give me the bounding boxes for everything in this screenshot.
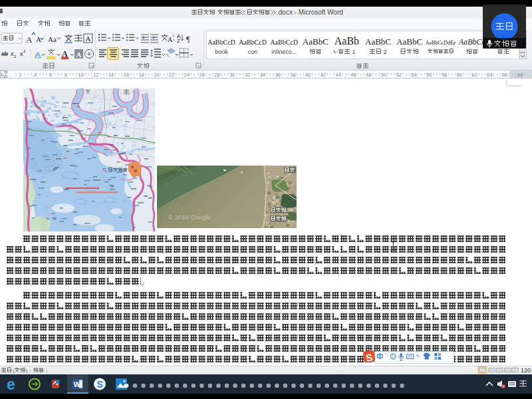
svg-text:2: 2 — [14, 55, 17, 59]
svg-text:64: 64 — [487, 72, 492, 78]
svg-text:Aa: Aa — [48, 35, 57, 43]
svg-text:AaBbCcD: AaBbCcD — [239, 39, 267, 46]
svg-text:16: 16 — [124, 72, 129, 78]
svg-text:AaBbC: AaBbC — [396, 37, 422, 47]
svg-text:(: ( — [13, 368, 15, 374]
svg-text:AaBbCcD: AaBbCcD — [270, 39, 298, 46]
svg-text:56: 56 — [426, 72, 432, 78]
svg-text:120: 120 — [521, 367, 531, 374]
svg-text:12: 12 — [93, 72, 98, 78]
svg-text:46: 46 — [350, 72, 356, 78]
svg-text:14: 14 — [108, 72, 114, 78]
svg-text:32: 32 — [245, 72, 250, 78]
svg-text:2: 2 — [23, 49, 26, 53]
svg-text:20: 20 — [154, 72, 159, 78]
svg-text:inlineco...: inlineco... — [271, 49, 297, 55]
svg-text:AaBb: AaBb — [334, 35, 359, 47]
svg-text:40: 40 — [305, 72, 311, 78]
svg-text:A: A — [86, 35, 91, 43]
svg-text:30: 30 — [229, 72, 235, 78]
svg-text:18: 18 — [139, 72, 144, 78]
svg-text:1: 1 — [352, 49, 355, 55]
svg-text:60: 60 — [457, 72, 462, 78]
svg-text:38: 38 — [290, 72, 295, 78]
svg-text:44: 44 — [336, 72, 341, 78]
svg-text:26: 26 — [200, 72, 205, 78]
svg-text:58: 58 — [442, 72, 447, 78]
svg-text:68: 68 — [517, 72, 523, 78]
svg-text:¶: ¶ — [186, 35, 190, 44]
svg-text:AaBbCc: AaBbCc — [458, 37, 486, 47]
svg-text:4: 4 — [34, 72, 37, 78]
svg-text:24: 24 — [184, 72, 190, 78]
svg-text:10: 10 — [78, 72, 83, 78]
svg-text:22: 22 — [169, 72, 174, 78]
svg-text:8: 8 — [65, 72, 67, 78]
svg-text:A: A — [76, 51, 82, 59]
svg-text:A: A — [168, 36, 173, 43]
svg-text:62: 62 — [471, 72, 477, 78]
svg-text:48: 48 — [366, 72, 371, 78]
svg-text:2: 2 — [384, 49, 387, 55]
svg-text:AaBbC: AaBbC — [365, 37, 391, 47]
svg-text:28: 28 — [214, 72, 219, 78]
svg-text:52: 52 — [396, 72, 402, 78]
svg-text:e: e — [7, 376, 15, 393]
svg-text:A: A — [36, 35, 41, 43]
svg-text:36: 36 — [275, 72, 280, 78]
svg-text:’’: ’’ — [385, 352, 388, 358]
svg-text:book: book — [215, 49, 228, 55]
svg-text:AaBbC: AaBbC — [303, 37, 329, 47]
svg-text:2: 2 — [19, 72, 21, 78]
svg-text:42: 42 — [321, 72, 326, 78]
svg-text:con: con — [248, 49, 258, 55]
svg-text:W: W — [74, 380, 81, 388]
svg-text:50: 50 — [381, 72, 386, 78]
svg-text:AaBbCcDdEe: AaBbCcDdEe — [426, 40, 456, 46]
svg-text:ab: ab — [1, 51, 8, 57]
svg-text:AaBbCcD: AaBbCcD — [207, 39, 235, 46]
svg-text:): ) — [26, 368, 28, 374]
svg-text:A: A — [26, 35, 33, 45]
svg-text:66: 66 — [502, 72, 507, 78]
svg-text:34: 34 — [260, 72, 265, 78]
svg-text:54: 54 — [411, 72, 416, 78]
svg-text:S: S — [97, 379, 103, 390]
svg-text:Z: Z — [177, 38, 180, 44]
svg-text:A: A — [35, 50, 41, 60]
svg-text:6: 6 — [49, 72, 52, 78]
